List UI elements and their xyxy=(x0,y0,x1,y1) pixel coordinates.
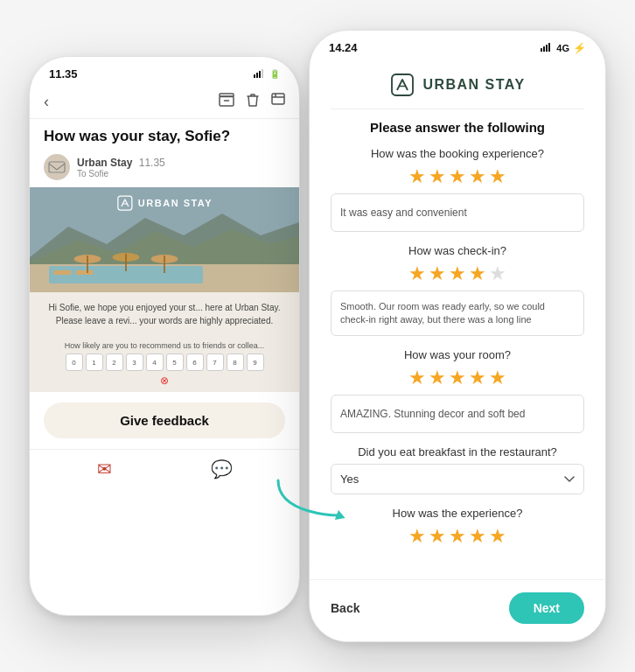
left-phone: 11.35 🔋 ‹ xyxy=(29,56,300,616)
checkin-stars[interactable]: ★ ★ ★ ★ ★ xyxy=(331,262,584,285)
question-breakfast: Did you eat breakfast in the restaurant?… xyxy=(331,445,584,494)
checkin-star-2[interactable]: ★ xyxy=(429,262,446,285)
hotel-logo-left: URBAN STAY xyxy=(116,194,213,212)
email-content-text: Hi Sofie, we hope you enjoyed your st...… xyxy=(30,292,299,336)
svg-rect-25 xyxy=(546,45,548,52)
exp-star-4[interactable]: ★ xyxy=(469,525,486,548)
network-label: 4G xyxy=(556,43,569,53)
app-content: URBAN STAY Please answer the following H… xyxy=(310,60,605,574)
star-5[interactable]: ★ xyxy=(489,165,506,188)
gmail-icon[interactable]: ✉ xyxy=(97,458,112,480)
nps-7[interactable]: 7 xyxy=(206,354,224,371)
email-toolbar: ‹ xyxy=(30,86,299,119)
nps-2[interactable]: 2 xyxy=(106,354,123,371)
experience-stars[interactable]: ★ ★ ★ ★ ★ xyxy=(331,525,584,548)
back-button[interactable]: ‹ xyxy=(44,93,49,111)
bottom-nav-left: ✉ 💬 xyxy=(30,449,299,494)
error-icon: ⊗ xyxy=(44,374,285,387)
breakfast-dropdown[interactable]: Yes xyxy=(331,464,584,494)
bottom-actions: Back Next xyxy=(310,579,605,641)
booking-label: How was the booking experience? xyxy=(331,147,584,160)
svg-rect-0 xyxy=(254,74,255,78)
svg-rect-7 xyxy=(49,162,65,172)
star-1[interactable]: ★ xyxy=(408,165,426,188)
nps-3[interactable]: 3 xyxy=(126,354,143,371)
nps-0[interactable]: 0 xyxy=(66,354,83,371)
star-4[interactable]: ★ xyxy=(469,165,486,188)
sender-info: Urban Stay 11.35 To Sofie xyxy=(77,157,165,178)
svg-rect-27 xyxy=(392,74,413,95)
battery-icon: 🔋 xyxy=(269,69,280,79)
question-checkin: How was check-in? ★ ★ ★ ★ ★ Smooth. Our … xyxy=(331,244,584,336)
svg-rect-13 xyxy=(54,270,72,275)
booking-stars[interactable]: ★ ★ ★ ★ ★ xyxy=(331,165,584,188)
checkin-star-3[interactable]: ★ xyxy=(449,262,466,285)
room-star-5[interactable]: ★ xyxy=(489,367,506,389)
nps-9[interactable]: 9 xyxy=(247,354,264,371)
move-icon[interactable] xyxy=(271,93,285,111)
header-divider xyxy=(331,108,584,109)
signal-icon xyxy=(254,69,266,80)
chat-icon[interactable]: 💬 xyxy=(211,458,233,480)
star-3[interactable]: ★ xyxy=(449,165,466,188)
svg-rect-26 xyxy=(548,43,550,52)
room-label: How was your room? xyxy=(331,348,584,361)
question-booking: How was the booking experience? ★ ★ ★ ★ … xyxy=(331,147,584,232)
checkin-star-1[interactable]: ★ xyxy=(408,262,426,285)
svg-rect-24 xyxy=(543,46,545,52)
room-star-2[interactable]: ★ xyxy=(429,367,446,389)
nps-6[interactable]: 6 xyxy=(186,354,204,371)
checkin-star-4[interactable]: ★ xyxy=(469,262,486,285)
app-header: URBAN STAY xyxy=(331,60,584,107)
sender-name: Urban Stay 11.35 xyxy=(77,157,165,169)
nps-1[interactable]: 1 xyxy=(86,354,103,371)
room-star-4[interactable]: ★ xyxy=(469,367,486,389)
back-button-app[interactable]: Back xyxy=(331,601,359,615)
nps-8[interactable]: 8 xyxy=(227,354,244,371)
right-status-bar: 14.24 4G ⚡ xyxy=(310,31,605,60)
email-sender: Urban Stay 11.35 To Sofie xyxy=(30,150,299,187)
nps-5[interactable]: 5 xyxy=(166,354,184,371)
svg-rect-3 xyxy=(262,69,263,78)
sender-avatar xyxy=(44,154,70,180)
breakfast-label: Did you eat breakfast in the restaurant? xyxy=(331,445,584,458)
experience-label: How was the experience? xyxy=(331,507,584,520)
exp-star-5[interactable]: ★ xyxy=(489,525,506,548)
signal-bars-icon xyxy=(541,43,553,53)
room-star-3[interactable]: ★ xyxy=(449,367,466,389)
svg-rect-2 xyxy=(259,71,261,78)
exp-star-3[interactable]: ★ xyxy=(449,525,466,548)
svg-rect-14 xyxy=(76,270,94,275)
toolbar-icons xyxy=(219,93,285,111)
svg-rect-5 xyxy=(220,94,234,97)
room-star-1[interactable]: ★ xyxy=(408,367,426,389)
section-title: Please answer the following xyxy=(331,120,584,135)
nps-section: How likely are you to recommend us to fr… xyxy=(30,336,299,392)
chevron-down-icon xyxy=(564,472,575,486)
room-input[interactable]: AMAZING. Stunning decor and soft bed xyxy=(331,395,584,433)
svg-rect-23 xyxy=(541,48,542,52)
left-status-bar: 11.35 🔋 xyxy=(30,57,299,86)
star-2[interactable]: ★ xyxy=(429,165,446,188)
archive-icon[interactable] xyxy=(219,93,234,111)
exp-star-1[interactable]: ★ xyxy=(408,525,426,548)
nps-4[interactable]: 4 xyxy=(146,354,164,371)
room-stars[interactable]: ★ ★ ★ ★ ★ xyxy=(331,367,584,389)
svg-rect-1 xyxy=(256,73,258,78)
svg-rect-6 xyxy=(272,94,284,104)
give-feedback-button[interactable]: Give feedback xyxy=(44,402,285,438)
checkin-input[interactable]: Smooth. Our room was ready early, so we … xyxy=(331,290,584,336)
delete-icon[interactable] xyxy=(247,93,259,111)
checkin-star-5[interactable]: ★ xyxy=(489,262,506,285)
sender-to: To Sofie xyxy=(77,169,165,178)
right-phone: 14.24 4G ⚡ URBAN STAY Please xyxy=(309,30,606,642)
brand-name: URBAN STAY xyxy=(422,77,525,93)
next-button-app[interactable]: Next xyxy=(509,592,584,624)
svg-rect-21 xyxy=(118,196,132,210)
checkin-label: How was check-in? xyxy=(331,244,584,257)
email-subject: How was your stay, Sofie? xyxy=(30,119,299,150)
booking-input[interactable]: It was easy and convenient xyxy=(331,193,584,232)
question-experience: How was the experience? ★ ★ ★ ★ ★ xyxy=(331,507,584,548)
exp-star-2[interactable]: ★ xyxy=(429,525,446,548)
left-time: 11.35 xyxy=(49,67,78,80)
